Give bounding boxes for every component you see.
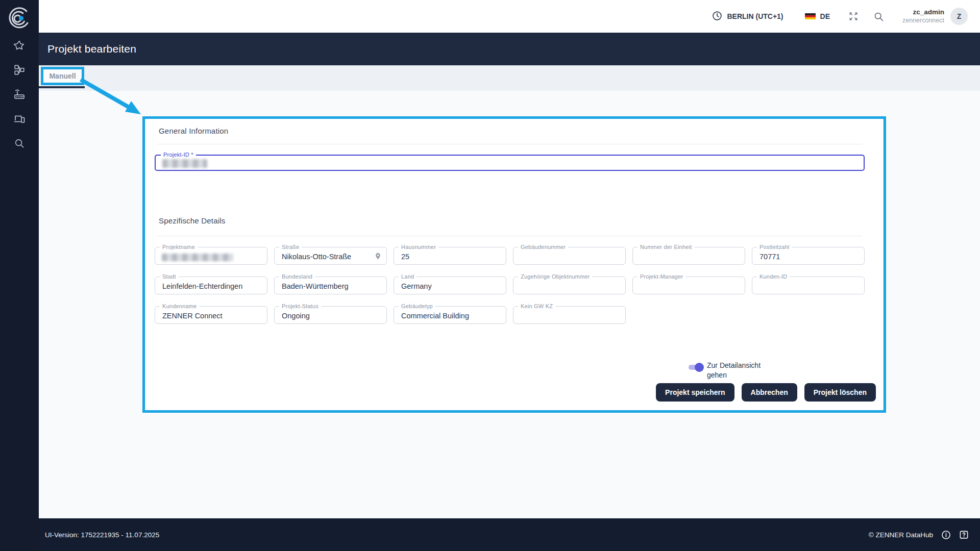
sidebar-item-gateways[interactable]	[9, 89, 30, 102]
field-label: Postleitzahl	[757, 244, 792, 250]
user-menu[interactable]: zc_admin zennerconnect	[902, 8, 944, 25]
field-label: Land	[399, 273, 416, 280]
detail-view-toggle-wrap: Zur Detailansicht gehen	[689, 361, 764, 380]
field-label: Nummer der Einheit	[638, 244, 694, 250]
search-icon	[14, 138, 25, 151]
divider	[157, 144, 863, 144]
language-label: DE	[820, 12, 830, 20]
projekt-id-input[interactable]: Projekt-ID *	[155, 155, 865, 171]
location-pin-icon[interactable]	[374, 252, 382, 263]
cancel-button[interactable]: Abbrechen	[742, 383, 797, 402]
field-nummer-der-einheit[interactable]: Nummer der Einheit	[632, 247, 745, 265]
sidebar	[0, 0, 39, 551]
section-title-general: General Information	[159, 127, 228, 135]
timezone-label: BERLIN (UTC+1)	[727, 12, 783, 20]
project-edit-card: General Information Projekt-ID * Spezifi…	[145, 118, 884, 411]
gateway-icon	[13, 88, 26, 103]
section-title-details: Spezifische Details	[159, 216, 226, 225]
field-bundesland[interactable]: BundeslandBaden-Württemberg	[274, 277, 387, 294]
info-icon[interactable]	[941, 530, 951, 540]
delete-project-button[interactable]: Projekt löschen	[804, 383, 876, 402]
field-kunden-id[interactable]: Kunden-ID	[752, 277, 865, 294]
field-label: Kein GW KZ	[518, 303, 555, 309]
field-label: Kunden-ID	[757, 273, 790, 280]
field-kundenname[interactable]: KundennameZENNER Connect	[155, 306, 267, 324]
projekt-id-label: Projekt-ID *	[161, 152, 196, 158]
field-geb-udetyp[interactable]: GebäudetypCommercial Building	[394, 306, 506, 324]
field-hausnummer[interactable]: Hausnummer25	[394, 247, 506, 265]
zennerconnect-logo[interactable]	[5, 4, 34, 33]
field-value: 25	[401, 253, 502, 261]
page-title: Projekt bearbeiten	[47, 43, 136, 55]
annotation-highlight-tab: Manuell	[41, 67, 84, 85]
field-zugeh-rige-objektnummer[interactable]: Zugehörige Objektnummer	[513, 277, 626, 294]
field-value: Leinfelden-Echterdingen	[162, 282, 263, 290]
field-value: Ongoing	[282, 312, 382, 320]
logo-dot	[19, 16, 23, 20]
field-projektname[interactable]: Projektname	[155, 247, 267, 265]
sidebar-item-search[interactable]	[9, 138, 30, 151]
divider	[157, 236, 863, 236]
ui-version-text: UI-Version: 1752221935 - 11.07.2025	[45, 531, 159, 539]
field-value: Nikolaus-Otto-Straße	[282, 253, 382, 261]
field-value: ZENNER Connect	[162, 312, 263, 320]
user-name: zc_admin	[902, 8, 944, 17]
field-label: Gebäudetyp	[399, 303, 435, 309]
toggle-label: Zur Detailansicht gehen	[707, 361, 764, 380]
topbar: BERLIN (UTC+1) DE zc_admin zennerconnect…	[39, 0, 980, 33]
copyright-text: © ZENNER DataHub	[869, 531, 933, 539]
field-kein-gw-kz[interactable]: Kein GW KZ	[513, 306, 626, 324]
clock-icon	[712, 11, 722, 22]
tab-manuell[interactable]: Manuell	[49, 72, 76, 80]
german-flag-icon	[805, 13, 816, 20]
field-geb-udenummer[interactable]: Gebäudenummer	[513, 247, 626, 265]
sidebar-menu	[9, 40, 30, 151]
field-projekt-manager[interactable]: Projekt-Manager	[632, 277, 745, 294]
projekt-id-redacted-value	[162, 159, 207, 168]
field-stra-e[interactable]: StraßeNikolaus-Otto-Straße	[274, 247, 387, 265]
field-postleitzahl[interactable]: Postleitzahl70771	[752, 247, 865, 265]
field-label: Kundenname	[160, 303, 199, 309]
action-buttons: Projekt speichernAbbrechenProjekt lösche…	[656, 383, 876, 402]
save-project-button[interactable]: Projekt speichern	[656, 383, 734, 402]
fullscreen-icon[interactable]	[847, 10, 860, 22]
sidebar-item-favorites[interactable]	[9, 40, 30, 53]
field-label: Hausnummer	[399, 244, 438, 250]
star-icon	[14, 40, 25, 53]
field-stadt[interactable]: StadtLeinfelden-Echterdingen	[155, 277, 267, 294]
search-icon[interactable]	[873, 10, 885, 22]
field-label: Projekt-Manager	[638, 273, 685, 280]
field-land[interactable]: LandGermany	[394, 277, 506, 294]
help-icon[interactable]	[959, 530, 969, 540]
field-value: 70771	[760, 253, 860, 261]
footer: UI-Version: 1752221935 - 11.07.2025 © ZE…	[39, 518, 980, 551]
field-projekt-status[interactable]: Projekt-StatusOngoing	[274, 306, 387, 324]
field-label: Stadt	[160, 273, 179, 280]
field-value: Commercial Building	[401, 312, 502, 320]
details-field-grid: ProjektnameStraßeNikolaus-Otto-StraßeHau…	[155, 247, 865, 324]
sidebar-item-devices[interactable]	[9, 113, 30, 127]
avatar[interactable]: Z	[950, 8, 968, 25]
field-label: Gebäudenummer	[518, 244, 568, 250]
field-label: Projektname	[160, 244, 198, 250]
page-header: Projekt bearbeiten	[39, 33, 980, 65]
field-label: Projekt-Status	[279, 303, 321, 309]
sidebar-item-topology[interactable]	[9, 64, 30, 78]
language-selector[interactable]: DE	[805, 12, 830, 20]
detail-view-toggle[interactable]	[689, 364, 702, 370]
app-window: BERLIN (UTC+1) DE zc_admin zennerconnect…	[0, 0, 980, 551]
devices-icon	[13, 113, 26, 127]
sitemap-icon	[14, 64, 25, 78]
field-label: Straße	[279, 244, 302, 250]
tabbar: Manuell	[39, 65, 980, 91]
user-org: zennerconnect	[902, 17, 944, 25]
field-label: Zugehörige Objektnummer	[518, 273, 592, 280]
field-value: Germany	[401, 282, 502, 290]
field-label: Bundesland	[279, 273, 315, 280]
active-tab-indicator	[39, 86, 85, 88]
redacted-value	[162, 254, 233, 261]
toggle-thumb	[695, 363, 704, 372]
field-value: Baden-Württemberg	[282, 282, 382, 290]
timezone-selector[interactable]: BERLIN (UTC+1)	[712, 11, 783, 22]
